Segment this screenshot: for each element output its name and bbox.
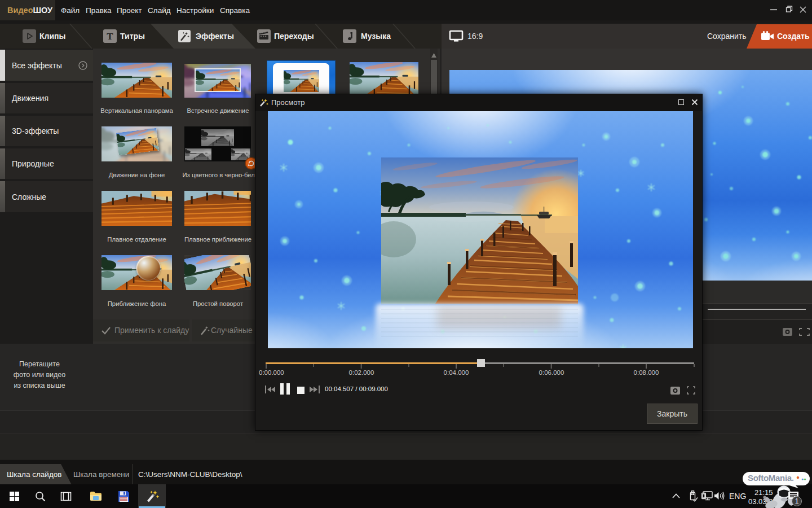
svg-text:T: T bbox=[107, 31, 113, 42]
